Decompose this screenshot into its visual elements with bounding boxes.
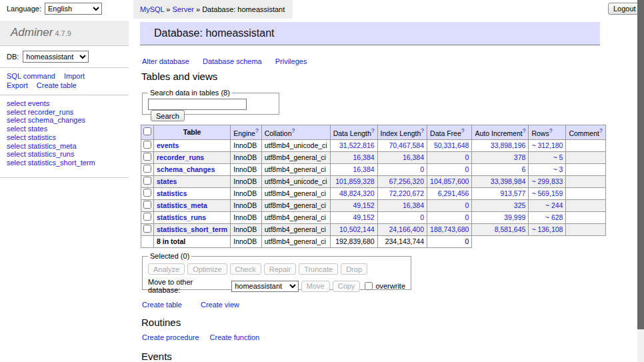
- index-length-link[interactable]: 72,220,672: [389, 189, 424, 197]
- help-icon[interactable]: ?: [549, 127, 553, 134]
- sidebar-select-link[interactable]: select statistics_runs: [7, 150, 95, 159]
- auto-increment-link[interactable]: 6: [522, 165, 526, 173]
- repair-button[interactable]: Repair: [264, 263, 296, 275]
- auto-increment-link[interactable]: 378: [514, 153, 526, 161]
- alter-database-link[interactable]: Alter database: [142, 57, 189, 65]
- create-table-link[interactable]: Create table: [142, 301, 182, 309]
- index-length-link[interactable]: 16,384: [403, 201, 424, 209]
- sidebar-import-link[interactable]: Import: [64, 72, 85, 80]
- index-length-link[interactable]: 0: [420, 165, 424, 173]
- app-title-link[interactable]: Adminer: [11, 26, 53, 39]
- table-name-link[interactable]: statistics_meta: [157, 201, 207, 209]
- breadcrumb-server-link[interactable]: Server: [173, 5, 194, 13]
- data-length-link[interactable]: 49,152: [353, 213, 374, 221]
- auto-increment-link[interactable]: 33,898,196: [491, 141, 526, 149]
- rows-link[interactable]: ~ 136,108: [531, 225, 563, 233]
- privileges-link[interactable]: Privileges: [275, 57, 307, 65]
- move-button[interactable]: Move: [301, 281, 330, 292]
- auto-increment-link[interactable]: 325: [514, 201, 526, 209]
- help-icon[interactable]: ?: [523, 127, 526, 134]
- data-length-link[interactable]: 10,502,144: [339, 225, 375, 233]
- table-name-link[interactable]: statistics_short_term: [157, 225, 227, 233]
- row-select-checkbox[interactable]: [143, 201, 151, 209]
- data-length-link[interactable]: 49,152: [353, 201, 374, 209]
- row-select-checkbox[interactable]: [143, 177, 151, 185]
- table-name-link[interactable]: schema_changes: [157, 165, 215, 173]
- auto-increment-link[interactable]: 913,577: [500, 189, 525, 197]
- auto-increment-link[interactable]: 33,398,984: [491, 177, 526, 185]
- index-length-link[interactable]: 16,384: [403, 153, 424, 161]
- data-free-link[interactable]: 104,857,600: [430, 177, 469, 185]
- data-free-link[interactable]: 0: [465, 213, 469, 221]
- scrollbar-thumb[interactable]: [637, 0, 644, 329]
- data-length-link[interactable]: 16,384: [353, 153, 374, 161]
- rows-link[interactable]: ~ 244: [545, 201, 563, 209]
- index-length-link[interactable]: 0: [420, 213, 424, 221]
- help-icon[interactable]: ?: [255, 127, 259, 134]
- data-length-link[interactable]: 48,824,320: [339, 189, 375, 197]
- data-free-link[interactable]: 0: [465, 153, 469, 161]
- search-input[interactable]: [148, 99, 247, 110]
- sidebar-select-link[interactable]: select schema_changes: [7, 116, 95, 125]
- index-length-link[interactable]: 67,256,320: [389, 177, 424, 185]
- create-procedure-link[interactable]: Create procedure: [142, 333, 199, 341]
- breadcrumb-mysql-link[interactable]: MySQL: [140, 5, 164, 13]
- database-schema-link[interactable]: Database schema: [203, 57, 262, 65]
- copy-button[interactable]: Copy: [333, 281, 361, 292]
- row-select-checkbox[interactable]: [143, 153, 151, 161]
- create-function-link[interactable]: Create function: [210, 333, 260, 341]
- help-icon[interactable]: ?: [461, 127, 465, 134]
- index-length-link[interactable]: 70,467,584: [389, 141, 424, 149]
- table-name-link[interactable]: statistics_runs: [157, 213, 206, 221]
- search-button[interactable]: Search: [151, 110, 185, 121]
- rows-link[interactable]: ~ 3: [553, 165, 563, 173]
- auto-increment-link[interactable]: 39,999: [504, 213, 525, 221]
- select-all-checkbox[interactable]: [143, 127, 151, 135]
- rows-link[interactable]: ~ 312,180: [531, 141, 563, 149]
- table-name-link[interactable]: states: [157, 177, 177, 185]
- data-length-link[interactable]: 101,859,328: [335, 177, 374, 185]
- sidebar-create-table-link[interactable]: Create table: [37, 81, 77, 89]
- row-select-checkbox[interactable]: [143, 189, 151, 197]
- drop-button[interactable]: Drop: [341, 263, 367, 275]
- rows-link[interactable]: ~ 299,833: [531, 177, 563, 185]
- sidebar-select-link[interactable]: select events: [7, 99, 95, 108]
- help-icon[interactable]: ?: [421, 127, 424, 134]
- sidebar-select-link[interactable]: select statistics: [7, 133, 95, 142]
- move-database-select[interactable]: homeassistant: [231, 281, 299, 292]
- row-select-checkbox[interactable]: [143, 165, 151, 173]
- data-free-link[interactable]: 188,743,680: [430, 225, 469, 233]
- table-name-link[interactable]: statistics: [157, 189, 187, 197]
- sidebar-sql-command-link[interactable]: SQL command: [7, 72, 55, 80]
- row-select-checkbox[interactable]: [143, 225, 151, 233]
- truncate-button[interactable]: Truncate: [299, 263, 338, 275]
- auto-increment-link[interactable]: 8,581,645: [495, 225, 526, 233]
- table-name-link[interactable]: events: [157, 141, 179, 149]
- row-select-checkbox[interactable]: [143, 141, 151, 149]
- rows-link[interactable]: ~ 628: [545, 213, 563, 221]
- table-name-link[interactable]: recorder_runs: [157, 153, 204, 161]
- sidebar-select-link[interactable]: select recorder_runs: [7, 108, 95, 117]
- optimize-button[interactable]: Optimize: [187, 263, 227, 275]
- data-free-link[interactable]: 0: [465, 165, 469, 173]
- rows-link[interactable]: ~ 5: [553, 153, 563, 161]
- help-icon[interactable]: ?: [599, 127, 603, 134]
- analyze-button[interactable]: Analyze: [148, 263, 185, 275]
- language-select[interactable]: English: [45, 3, 102, 15]
- rows-link[interactable]: ~ 569,159: [531, 189, 563, 197]
- index-length-link[interactable]: 24,166,400: [389, 225, 424, 233]
- data-free-link[interactable]: 50,331,648: [434, 141, 469, 149]
- sidebar-select-link[interactable]: select statistics_short_term: [7, 159, 95, 167]
- data-length-link[interactable]: 16,384: [353, 165, 374, 173]
- data-free-link[interactable]: 0: [465, 201, 469, 209]
- row-select-checkbox[interactable]: [143, 213, 151, 221]
- data-length-link[interactable]: 31,522,816: [339, 141, 375, 149]
- check-button[interactable]: Check: [230, 263, 261, 275]
- create-view-link[interactable]: Create view: [201, 301, 239, 309]
- db-select[interactable]: homeassistant: [23, 51, 89, 63]
- data-free-link[interactable]: 6,291,456: [438, 189, 469, 197]
- sidebar-select-link[interactable]: select statistics_meta: [7, 142, 95, 151]
- help-icon[interactable]: ?: [292, 127, 295, 134]
- sidebar-select-link[interactable]: select states: [7, 125, 95, 133]
- help-icon[interactable]: ?: [371, 127, 375, 134]
